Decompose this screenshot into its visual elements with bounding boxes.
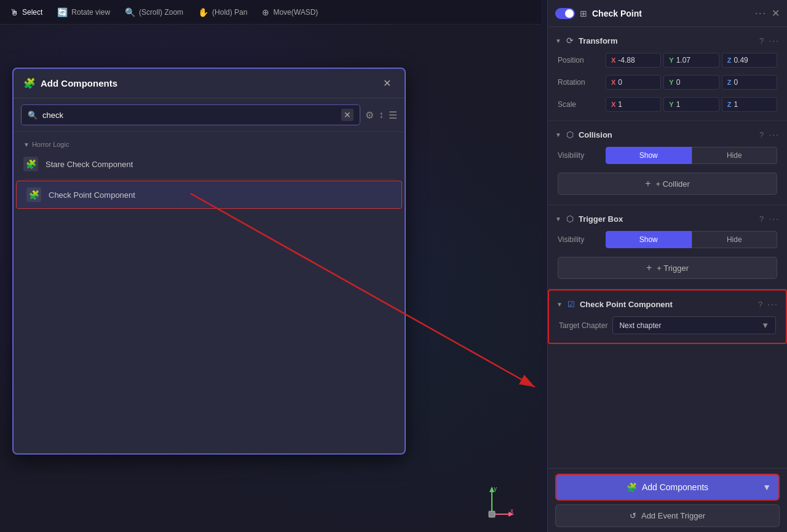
trigger-box-help[interactable]: ? — [759, 214, 764, 224]
check-point-title: Check Point Component — [580, 300, 753, 309]
panel-close-button[interactable]: ✕ — [772, 7, 780, 19]
divider — [23, 179, 395, 179]
check-point-component-section: ▼ ☑ Check Point Component ? ··· Target C… — [548, 289, 787, 344]
rotation-label: Rotation — [558, 78, 601, 87]
collision-title: Collision — [579, 130, 754, 139]
rotation-z-value: 0 — [734, 78, 738, 87]
trigger-show-btn[interactable]: Show — [606, 231, 692, 248]
category-horror-logic: ▼ Horror Logic — [14, 137, 405, 151]
position-x-value: -4.88 — [618, 56, 635, 65]
collision-help[interactable]: ? — [759, 130, 764, 139]
position-z-input[interactable]: Z 0.49 — [722, 53, 777, 68]
zoom-icon: 🔍 — [125, 7, 135, 17]
toolbar-zoom-label: (Scroll) Zoom — [139, 8, 183, 17]
position-y-input[interactable]: Y 1.07 — [663, 53, 719, 68]
trigger-box-icon: ⬡ — [566, 214, 574, 224]
move-icon: ⊕ — [262, 7, 269, 17]
filter-icons: ⚙ ↕ ☰ — [365, 109, 397, 121]
rotation-z-input[interactable]: Z 0 — [722, 75, 777, 90]
search-box: 🔍 ✕ — [21, 104, 360, 125]
stare-puzzle-icon: 🧩 — [23, 157, 38, 171]
x-axis-label: X — [611, 57, 615, 64]
scale-x-input[interactable]: X 1 — [606, 97, 661, 112]
position-z-value: 0.49 — [734, 56, 748, 65]
list-icon[interactable]: ☰ — [389, 109, 397, 121]
scale-z-input[interactable]: Z 1 — [722, 97, 777, 112]
rotation-y-input[interactable]: Y 0 — [663, 75, 719, 90]
add-event-label: Add Event Trigger — [641, 511, 705, 520]
transform-header[interactable]: ▼ ⟳ Transform ? ··· — [548, 32, 787, 49]
trigger-box-header[interactable]: ▼ ⬡ Trigger Box ? ··· — [548, 210, 787, 227]
transform-more[interactable]: ··· — [769, 36, 780, 45]
check-point-label: Check Point Component — [49, 190, 135, 200]
toolbar-rotate-label: Rotate view — [71, 8, 110, 17]
add-components-label: Add Components — [642, 482, 708, 492]
add-collider-button[interactable]: + + Collider — [558, 173, 777, 195]
stare-check-component-item[interactable]: 🧩 Stare Check Component — [14, 151, 405, 178]
trigger-vis-label: Visibility — [558, 235, 601, 244]
target-chapter-select[interactable]: Next chapter ▼ — [612, 316, 776, 334]
sort-icon[interactable]: ↕ — [379, 109, 384, 120]
check-point-help[interactable]: ? — [758, 300, 762, 309]
collision-show-btn[interactable]: Show — [606, 147, 692, 164]
dialog-title: Add Components — [41, 78, 374, 88]
sz-axis-label: Z — [727, 101, 732, 108]
toolbar-select[interactable]: 🖱 Select — [10, 7, 42, 17]
add-event-trigger-button[interactable]: ↺ Add Event Trigger — [555, 504, 780, 527]
toolbar-move[interactable]: ⊕ Move(WASD) — [262, 7, 318, 17]
scale-y-value: 1 — [676, 100, 681, 109]
target-chapter-row: Target Chapter Next chapter ▼ — [549, 313, 786, 338]
stare-check-label: Stare Check Component — [45, 160, 133, 169]
collision-section: ▼ ⬡ Collision ? ··· Visibility Show Hide… — [548, 121, 787, 205]
panel-component-icon: ⊞ — [580, 9, 587, 18]
check-point-header[interactable]: ▼ ☑ Check Point Component ? ··· — [549, 295, 786, 313]
collision-hide-btn[interactable]: Hide — [692, 147, 778, 164]
check-point-more[interactable]: ··· — [767, 299, 778, 309]
toolbar-pan[interactable]: ✋ (Hold) Pan — [198, 7, 247, 17]
transform-icon: ⟳ — [566, 36, 574, 45]
scale-row: Scale X 1 Y 1 Z 1 — [548, 93, 787, 115]
transform-title: Transform — [579, 36, 754, 45]
right-panel: ⊞ Check Point ··· ✕ ▼ ⟳ Transform ? ··· … — [547, 0, 787, 532]
trigger-box-title: Trigger Box — [579, 214, 754, 224]
check-point-component-item[interactable]: 🧩 Check Point Component — [16, 181, 402, 209]
toolbar-rotate-view[interactable]: 🔄 Rotate view — [57, 7, 110, 17]
search-clear-button[interactable]: ✕ — [341, 109, 354, 121]
check-point-checkbox[interactable]: ☑ — [568, 300, 575, 309]
puzzle-header-icon: 🧩 — [23, 77, 36, 89]
trigger-vis-buttons: Show Hide — [606, 231, 777, 248]
filter-icon[interactable]: ⚙ — [365, 109, 374, 121]
panel-more-button[interactable]: ··· — [755, 8, 767, 19]
pan-icon: ✋ — [198, 7, 208, 17]
transform-help[interactable]: ? — [759, 36, 764, 45]
rx-axis-label: X — [611, 79, 615, 86]
panel-toggle[interactable] — [555, 8, 575, 19]
trigger-plus-icon: + — [646, 262, 652, 273]
scale-y-input[interactable]: Y 1 — [663, 97, 719, 112]
trigger-box-section: ▼ ⬡ Trigger Box ? ··· Visibility Show Hi… — [548, 205, 787, 289]
target-select-arrow-icon: ▼ — [761, 321, 769, 330]
trigger-box-more[interactable]: ··· — [769, 214, 780, 224]
axes-indicator: y x — [467, 483, 516, 522]
trigger-hide-btn[interactable]: Hide — [692, 231, 778, 248]
sx-axis-label: X — [611, 101, 615, 108]
rotate-icon: 🔄 — [57, 7, 68, 17]
position-y-value: 1.07 — [676, 56, 690, 65]
trigger-label: + Trigger — [657, 264, 689, 273]
rotation-row: Rotation X 0 Y 0 Z 0 — [548, 71, 787, 93]
search-input[interactable] — [42, 111, 336, 120]
position-x-input[interactable]: X -4.88 — [606, 53, 661, 68]
target-chapter-label: Target Chapter — [559, 321, 607, 330]
collision-more[interactable]: ··· — [769, 130, 780, 139]
transform-chevron: ▼ — [555, 37, 561, 44]
toolbar-zoom[interactable]: 🔍 (Scroll) Zoom — [125, 7, 183, 17]
add-components-button[interactable]: 🧩 Add Components ▼ — [555, 474, 780, 501]
position-row: Position X -4.88 Y 1.07 Z 0.49 — [548, 49, 787, 71]
collider-plus-icon: + — [645, 178, 651, 189]
add-components-dropdown-arrow: ▼ — [762, 482, 771, 492]
toolbar-select-label: Select — [22, 8, 42, 17]
dialog-close-button[interactable]: ✕ — [379, 76, 395, 90]
collision-header[interactable]: ▼ ⬡ Collision ? ··· — [548, 126, 787, 143]
rotation-x-input[interactable]: X 0 — [606, 75, 661, 90]
add-trigger-inline-button[interactable]: + + Trigger — [558, 257, 777, 279]
